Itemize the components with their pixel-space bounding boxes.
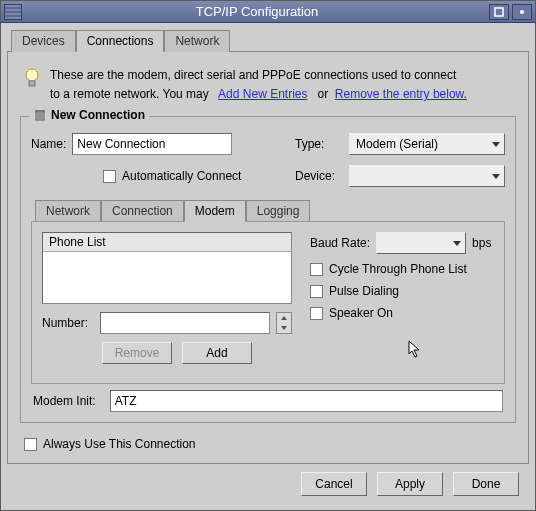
subtab-network[interactable]: Network [35,200,101,222]
number-spinner[interactable] [276,312,292,334]
type-combo[interactable]: Modem (Serial) [349,133,505,155]
subtab-logging[interactable]: Logging [246,200,311,222]
subtab-modem[interactable]: Modem [184,200,246,222]
chevron-down-icon [492,174,500,179]
main-tabs: Devices Connections Network [7,29,529,51]
device-label: Device: [295,169,343,183]
tcpip-config-window: TCP/IP Configuration Devices Connections… [0,0,536,511]
pulse-label: Pulse Dialing [329,284,399,298]
svg-rect-0 [495,8,503,16]
number-field[interactable] [100,312,270,334]
phone-list[interactable]: Phone List [42,232,292,304]
device-combo[interactable] [349,165,505,187]
cancel-button[interactable]: Cancel [301,472,367,496]
chevron-down-icon [453,241,461,246]
modem-panel: Phone List Number: Remove Add [31,221,505,384]
name-label: Name: [31,137,66,151]
svg-rect-3 [29,81,35,86]
always-use-label: Always Use This Connection [43,437,196,451]
auto-connect-checkbox[interactable] [103,170,116,183]
done-button[interactable]: Done [453,472,519,496]
dialog-buttons: Cancel Apply Done [7,464,529,504]
speaker-label: Speaker On [329,306,393,320]
group-legend: New Connection [29,108,149,122]
tab-network[interactable]: Network [164,30,230,52]
type-label: Type: [295,137,343,151]
phone-list-header: Phone List [43,233,291,252]
modem-init-field[interactable] [110,390,503,412]
cycle-checkbox[interactable] [310,263,323,276]
svg-point-2 [26,69,38,81]
trash-icon [33,108,47,122]
remove-button[interactable]: Remove [102,342,172,364]
subtab-connection[interactable]: Connection [101,200,184,222]
titlebar[interactable]: TCP/IP Configuration [1,1,535,23]
speaker-checkbox[interactable] [310,307,323,320]
tab-connections[interactable]: Connections [76,30,165,52]
link-remove-entry[interactable]: Remove the entry below. [335,87,467,101]
always-use-checkbox[interactable] [24,438,37,451]
add-button[interactable]: Add [182,342,252,364]
window-content: Devices Connections Network These are th… [1,23,535,510]
tab-devices[interactable]: Devices [11,30,76,52]
tab-connections-panel: These are the modem, direct serial and P… [7,51,529,464]
svg-rect-5 [35,110,45,112]
lightbulb-icon [24,68,40,90]
chevron-down-icon [492,142,500,147]
auto-connect-label: Automatically Connect [122,169,241,183]
name-field[interactable] [72,133,232,155]
minimize-button[interactable] [512,4,532,20]
baud-label: Baud Rate: [310,236,370,250]
number-label: Number: [42,316,88,330]
cycle-label: Cycle Through Phone List [329,262,467,276]
window-title: TCP/IP Configuration [25,4,489,19]
new-connection-group: New Connection Name: Type: Modem (Serial… [20,116,516,423]
baud-combo[interactable] [376,232,466,254]
svg-point-1 [520,10,524,14]
baud-unit: bps [472,236,491,250]
window-menu-icon[interactable] [4,4,22,20]
intro-text: These are the modem, direct serial and P… [24,66,516,104]
link-add-entries[interactable]: Add New Entries [218,87,307,101]
apply-button[interactable]: Apply [377,472,443,496]
modem-init-label: Modem Init: [33,394,96,408]
maximize-button[interactable] [489,4,509,20]
pulse-checkbox[interactable] [310,285,323,298]
